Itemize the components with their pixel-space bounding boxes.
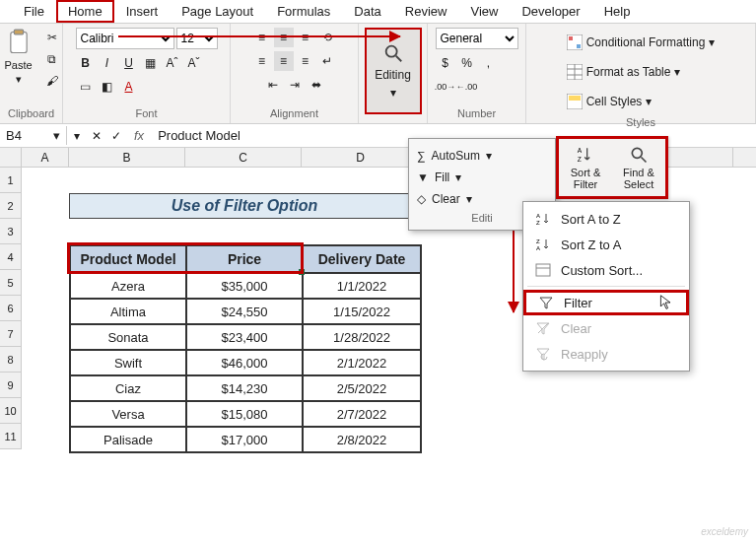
cell[interactable]: 1/1/2022 bbox=[303, 273, 421, 299]
tab-home[interactable]: Home bbox=[56, 0, 114, 23]
cell[interactable]: $46,000 bbox=[186, 350, 303, 375]
bold-button[interactable]: B bbox=[76, 53, 96, 73]
menu-filter[interactable]: Filter bbox=[523, 290, 689, 315]
merge-button[interactable]: ⬌ bbox=[307, 75, 326, 95]
cell[interactable]: Altima bbox=[70, 299, 186, 324]
cell[interactable]: 2/8/2022 bbox=[303, 427, 421, 452]
align-top-button[interactable]: ≡ bbox=[252, 28, 272, 47]
formula-dropdown[interactable]: ▾ bbox=[67, 126, 87, 146]
row-header[interactable]: 6 bbox=[0, 296, 22, 321]
row-header[interactable]: 9 bbox=[0, 373, 22, 398]
tab-developer[interactable]: Developer bbox=[510, 0, 591, 23]
col-header-d[interactable]: D bbox=[302, 148, 420, 167]
tab-page-layout[interactable]: Page Layout bbox=[170, 0, 265, 23]
wrap-text-button[interactable]: ↵ bbox=[317, 51, 337, 71]
increase-font-button[interactable]: Aˆ bbox=[163, 53, 182, 73]
cell-styles-button[interactable]: Cell Styles▾ bbox=[567, 89, 653, 114]
autosum-button[interactable]: ∑AutoSum▾ bbox=[417, 145, 547, 167]
menu-sort-az[interactable]: AZSort A to Z bbox=[523, 206, 689, 232]
align-right-button[interactable]: ≡ bbox=[296, 51, 315, 71]
cell[interactable]: $14,230 bbox=[186, 375, 303, 401]
row-header[interactable]: 1 bbox=[0, 168, 22, 193]
cell[interactable]: Azera bbox=[70, 273, 186, 299]
menu-custom-sort[interactable]: Custom Sort... bbox=[523, 257, 689, 283]
cut-button[interactable]: ✂ bbox=[42, 28, 62, 47]
header-model[interactable]: Product Model bbox=[70, 245, 186, 273]
col-header-a[interactable]: A bbox=[22, 148, 69, 167]
cell[interactable]: 1/28/2022 bbox=[303, 324, 421, 350]
tab-file[interactable]: File bbox=[12, 0, 56, 23]
align-bottom-button[interactable]: ≡ bbox=[296, 28, 315, 47]
decrease-indent-button[interactable]: ⇤ bbox=[263, 75, 283, 95]
tab-formulas[interactable]: Formulas bbox=[265, 0, 342, 23]
decrease-decimal-button[interactable]: ←.00 bbox=[457, 77, 477, 97]
cell[interactable]: Swift bbox=[70, 350, 186, 375]
increase-decimal-button[interactable]: .00→ bbox=[436, 77, 455, 97]
italic-button[interactable]: I bbox=[98, 53, 117, 73]
number-format-select[interactable]: General bbox=[436, 28, 518, 49]
cell[interactable]: $15,080 bbox=[186, 401, 303, 427]
menu-sort-za[interactable]: ZASort Z to A bbox=[523, 232, 689, 257]
cell[interactable]: $17,000 bbox=[186, 427, 303, 452]
find-select-button[interactable]: Find & Select bbox=[612, 139, 665, 196]
tab-view[interactable]: View bbox=[458, 0, 510, 23]
row-header[interactable]: 10 bbox=[0, 398, 22, 424]
orientation-button[interactable]: ⟲ bbox=[317, 28, 337, 47]
col-header-c[interactable]: C bbox=[185, 148, 302, 167]
increase-indent-button[interactable]: ⇥ bbox=[285, 75, 305, 95]
tab-review[interactable]: Review bbox=[393, 0, 459, 23]
header-date[interactable]: Delivery Date bbox=[303, 245, 421, 273]
conditional-formatting-button[interactable]: Conditional Formatting▾ bbox=[567, 30, 716, 55]
cell[interactable]: 2/5/2022 bbox=[303, 375, 421, 401]
font-family-select[interactable]: Calibri bbox=[76, 28, 174, 49]
tab-insert[interactable]: Insert bbox=[114, 0, 171, 23]
cell[interactable]: Sonata bbox=[70, 324, 186, 350]
copy-button[interactable]: ⧉ bbox=[42, 49, 62, 69]
row-header[interactable]: 2 bbox=[0, 193, 22, 219]
format-painter-button[interactable]: 🖌 bbox=[42, 71, 62, 91]
fill-color-button[interactable]: ◧ bbox=[98, 77, 117, 97]
cell[interactable]: 1/15/2022 bbox=[303, 299, 421, 324]
decrease-font-button[interactable]: Aˇ bbox=[184, 53, 204, 73]
cell[interactable]: $24,550 bbox=[186, 299, 303, 324]
formula-value[interactable]: Product Model bbox=[152, 128, 246, 143]
select-all-corner[interactable] bbox=[0, 148, 22, 167]
row-header[interactable]: 7 bbox=[0, 321, 22, 347]
header-price[interactable]: Price bbox=[186, 245, 303, 273]
title-cell[interactable]: Use of Filter Option bbox=[69, 193, 420, 219]
fill-button[interactable]: ▼Fill▾ bbox=[417, 167, 547, 188]
underline-button[interactable]: U bbox=[119, 53, 139, 73]
cell[interactable]: Versa bbox=[70, 401, 186, 427]
row-header[interactable]: 8 bbox=[0, 347, 22, 373]
cell[interactable]: Ciaz bbox=[70, 375, 186, 401]
cell[interactable]: Palisade bbox=[70, 427, 186, 452]
comma-button[interactable]: , bbox=[479, 53, 499, 73]
cell[interactable]: 2/1/2022 bbox=[303, 350, 421, 375]
fx-icon[interactable]: fx bbox=[126, 128, 152, 143]
font-color-button[interactable]: A bbox=[119, 77, 139, 97]
font-size-select[interactable]: 12 bbox=[176, 28, 218, 49]
align-middle-button[interactable]: ≡ bbox=[274, 28, 294, 47]
align-center-button[interactable]: ≡ bbox=[274, 51, 294, 71]
row-header[interactable]: 3 bbox=[0, 219, 22, 244]
format-as-table-button[interactable]: Format as Table▾ bbox=[567, 59, 681, 85]
enter-formula[interactable]: ✓ bbox=[106, 126, 126, 146]
sort-filter-button[interactable]: AZ Sort & Filter bbox=[559, 139, 612, 196]
paste-button[interactable]: Paste ▾ bbox=[1, 28, 36, 86]
border-button[interactable]: ▦ bbox=[141, 53, 161, 73]
name-box[interactable]: B4▾ bbox=[0, 126, 67, 145]
row-header[interactable]: 4 bbox=[0, 244, 22, 270]
cell[interactable]: 2/7/2022 bbox=[303, 401, 421, 427]
currency-button[interactable]: $ bbox=[436, 53, 455, 73]
borders-button[interactable]: ▭ bbox=[76, 77, 96, 97]
col-header-b[interactable]: B bbox=[69, 148, 185, 167]
row-header[interactable]: 5 bbox=[0, 270, 22, 296]
tab-help[interactable]: Help bbox=[592, 0, 643, 23]
row-header[interactable]: 11 bbox=[0, 424, 22, 449]
percent-button[interactable]: % bbox=[457, 53, 477, 73]
cell[interactable]: $23,400 bbox=[186, 324, 303, 350]
tab-data[interactable]: Data bbox=[342, 0, 392, 23]
cell[interactable]: $35,000 bbox=[186, 273, 303, 299]
align-left-button[interactable]: ≡ bbox=[252, 51, 272, 71]
cancel-formula[interactable]: ✕ bbox=[87, 126, 106, 146]
